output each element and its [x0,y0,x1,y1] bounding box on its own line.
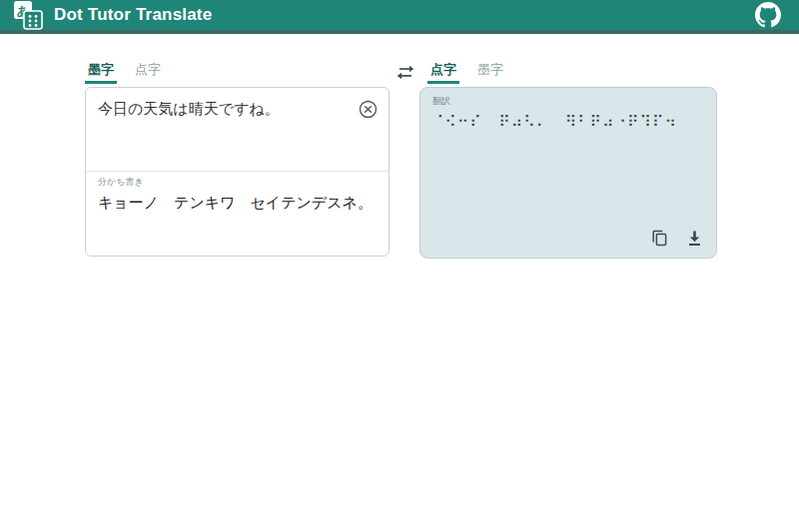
output-label: 翻訳 [420,88,716,108]
source-card: 今日の天気は晴天ですね。 分かち書き キョーノ テンキワ セイテンデスネ。 [85,87,390,257]
output-tabs: 点字 墨字 [397,62,717,84]
wakachigaki-section: 分かち書き キョーノ テンキワ セイテンデスネ。 [98,176,377,213]
wakachigaki-label: 分かち書き [98,176,377,189]
source-text-input[interactable]: 今日の天気は晴天ですね。 [86,88,389,128]
source-tab-sumiji[interactable]: 墨字 [85,61,117,84]
app-header: あ Dot Tutor Translate [0,0,799,34]
output-actions [649,228,704,248]
swap-direction-button[interactable] [397,65,414,80]
app-title: Dot Tutor Translate [54,5,212,25]
output-tab-sumiji[interactable]: 墨字 [474,61,506,84]
output-column: 点字 墨字 翻訳 ⠈⠪⠒⠎ ⠟⠴⠣⠄ ⠻⠃⠟⠴⠐⠟⠹⠏⠲ [419,62,717,259]
main-content: 墨字 点字 今日の天気は晴天ですね。 分かち書き キョーノ テンキワ セイテンデ… [0,34,799,259]
github-icon [755,2,781,28]
app-logo-icon: あ [12,0,44,31]
swap-horizontal-icon [397,65,414,80]
output-tab-tenji[interactable]: 点字 [427,61,459,84]
wakachigaki-text: キョーノ テンキワ セイテンデスネ。 [98,193,377,213]
download-button[interactable] [684,228,704,248]
clear-input-button[interactable] [356,97,380,121]
copy-icon [650,229,669,248]
output-card: 翻訳 ⠈⠪⠒⠎ ⠟⠴⠣⠄ ⠻⠃⠟⠴⠐⠟⠹⠏⠲ [419,87,717,259]
clear-circle-x-icon [358,99,379,120]
braille-output-text: ⠈⠪⠒⠎ ⠟⠴⠣⠄ ⠻⠃⠟⠴⠐⠟⠹⠏⠲ [420,108,716,132]
card-divider [86,171,389,172]
github-link[interactable] [755,2,781,28]
source-column: 墨字 点字 今日の天気は晴天ですね。 分かち書き キョーノ テンキワ セイテンデ… [85,62,390,259]
download-icon [686,229,703,248]
copy-button[interactable] [649,228,669,248]
source-tabs: 墨字 点字 [85,62,390,84]
source-tab-tenji[interactable]: 点字 [132,61,164,84]
